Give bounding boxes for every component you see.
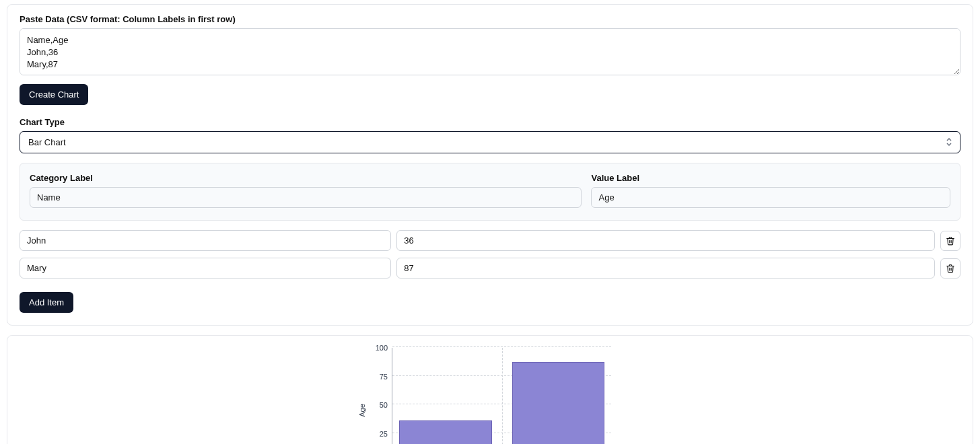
delete-row-button[interactable] — [940, 258, 960, 279]
chart-grid-line — [502, 348, 503, 444]
data-row — [20, 230, 960, 251]
category-label-heading: Category Label — [30, 173, 582, 183]
chart-bar — [399, 420, 492, 444]
data-entry-card: Paste Data (CSV format: Column Labels in… — [7, 4, 973, 326]
chart-y-tick: 100 — [376, 344, 388, 352]
data-rows — [20, 230, 960, 279]
row-value-input[interactable] — [396, 230, 935, 251]
chart-plot — [392, 348, 611, 444]
chart-y-tick: 25 — [380, 430, 388, 438]
chart-y-tick: 50 — [380, 401, 388, 409]
chart-grid-line — [392, 346, 611, 347]
category-label-input[interactable] — [30, 187, 582, 208]
trash-icon — [946, 264, 955, 273]
create-chart-button[interactable]: Create Chart — [20, 84, 88, 105]
data-row — [20, 258, 960, 279]
add-item-button[interactable]: Add Item — [20, 292, 73, 313]
value-label-heading: Value Label — [591, 173, 950, 183]
trash-icon — [946, 236, 955, 246]
chart-type-label: Chart Type — [20, 117, 960, 127]
delete-row-button[interactable] — [940, 231, 960, 251]
chart-y-tick: 75 — [380, 373, 388, 381]
chart-card: Age 0255075100 JohnMary — [7, 335, 973, 444]
paste-data-textarea[interactable] — [20, 28, 960, 75]
chart-type-select[interactable]: Bar Chart — [20, 131, 960, 153]
paste-data-label: Paste Data (CSV format: Column Labels in… — [20, 14, 960, 24]
row-category-input[interactable] — [20, 230, 391, 251]
value-label-input[interactable] — [591, 187, 950, 208]
chart-bar — [512, 362, 605, 444]
chart-area: Age 0255075100 JohnMary — [369, 348, 611, 444]
row-value-input[interactable] — [396, 258, 935, 279]
chart-y-axis-label: Age — [358, 404, 366, 417]
row-category-input[interactable] — [20, 258, 391, 279]
chart-y-axis: 0255075100 — [369, 348, 392, 444]
labels-panel: Category Label Value Label — [20, 163, 960, 221]
